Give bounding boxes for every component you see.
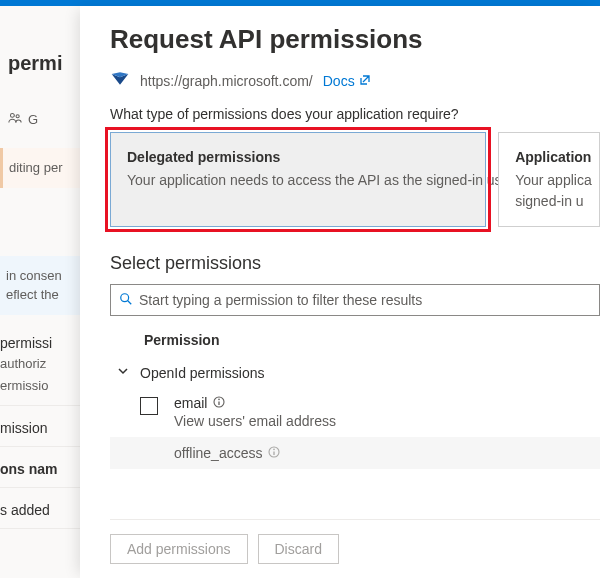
backdrop-blue-line2: eflect the <box>6 285 80 305</box>
permission-type-prompt: What type of permissions does your appli… <box>110 106 600 122</box>
search-icon <box>119 292 133 309</box>
group-label: OpenId permissions <box>140 365 265 381</box>
panel-title: Request API permissions <box>110 24 600 55</box>
permission-row-email: email View users' email address <box>110 387 600 437</box>
permission-name: offline_access <box>174 445 262 461</box>
permission-row-offline-access: offline_access <box>110 437 600 469</box>
chevron-down-icon <box>116 364 130 381</box>
svg-line-3 <box>128 300 132 304</box>
permission-desc: View users' email address <box>174 413 336 429</box>
backdrop-section2-h: mission <box>0 414 80 438</box>
backdrop-warn-line: diting per <box>9 158 80 178</box>
delegated-card-desc: Your application needs to access the API… <box>127 170 469 191</box>
permission-name: email <box>174 395 207 411</box>
svg-point-0 <box>10 113 14 117</box>
info-icon[interactable] <box>213 395 225 411</box>
discard-button[interactable]: Discard <box>258 534 339 564</box>
info-icon[interactable] <box>268 445 280 461</box>
people-icon <box>8 111 22 128</box>
svg-point-9 <box>274 449 276 451</box>
permissions-search-box[interactable] <box>110 284 600 316</box>
application-card-desc1: Your applica <box>515 170 583 191</box>
backdrop-section3-h: ons nam <box>0 455 80 479</box>
application-card-desc2: signed-in u <box>515 191 583 212</box>
backdrop-title: permi <box>0 6 80 75</box>
application-permissions-card[interactable]: Application Your applica signed-in u <box>498 132 600 227</box>
openid-permissions-group[interactable]: OpenId permissions <box>110 358 600 387</box>
backdrop-blue-line1: in consen <box>6 266 80 286</box>
permission-type-cards: Delegated permissions Your application n… <box>110 132 600 227</box>
backdrop-section1-l2: ermissio <box>0 375 80 397</box>
backdrop-section1-h: permissi <box>0 329 80 353</box>
api-url-text: https://graph.microsoft.com/ <box>140 73 313 89</box>
backdrop-person-text: G <box>28 112 38 127</box>
api-permissions-panel: Request API permissions https://graph.mi… <box>80 6 600 578</box>
external-link-icon <box>359 73 371 89</box>
graph-logo-icon <box>110 71 130 90</box>
api-identity-row: https://graph.microsoft.com/ Docs <box>110 71 600 90</box>
backdrop-section1-l1: authoriz <box>0 353 80 375</box>
permission-column-header: Permission <box>110 328 600 358</box>
svg-point-6 <box>219 399 221 401</box>
application-card-title: Application <box>515 147 583 168</box>
add-permissions-button[interactable]: Add permissions <box>110 534 248 564</box>
delegated-card-title: Delegated permissions <box>127 147 469 168</box>
background-page: permi G diting per in consen eflect the … <box>0 6 80 578</box>
permissions-search-input[interactable] <box>139 292 591 308</box>
select-permissions-title: Select permissions <box>110 253 600 274</box>
svg-point-2 <box>121 293 129 301</box>
docs-link[interactable]: Docs <box>323 73 371 89</box>
delegated-permissions-card[interactable]: Delegated permissions Your application n… <box>110 132 486 227</box>
docs-link-label: Docs <box>323 73 355 89</box>
backdrop-section4-h: s added <box>0 496 80 520</box>
svg-point-1 <box>16 115 19 118</box>
email-checkbox[interactable] <box>140 397 158 415</box>
panel-footer: Add permissions Discard <box>110 519 600 578</box>
